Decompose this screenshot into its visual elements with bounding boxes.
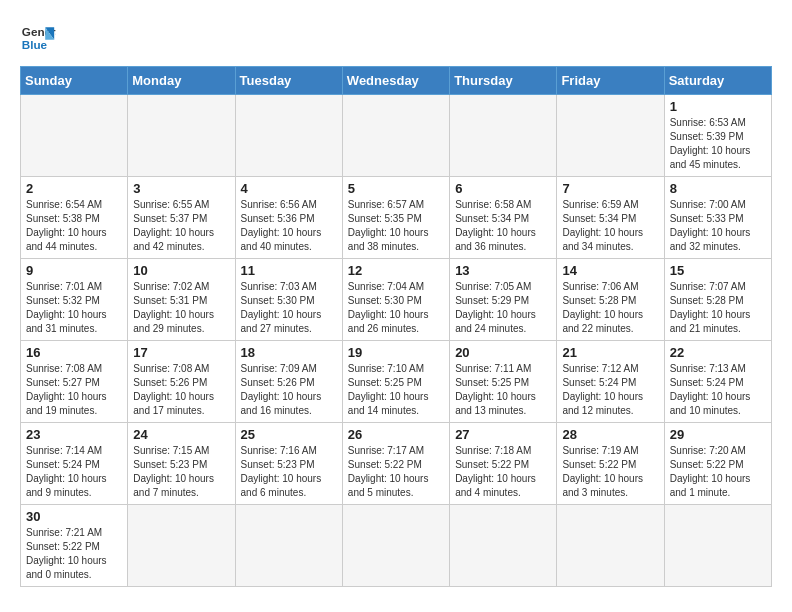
day-number: 6 <box>455 181 551 196</box>
day-number: 9 <box>26 263 122 278</box>
logo: General Blue <box>20 20 56 56</box>
calendar-week-row: 9Sunrise: 7:01 AMSunset: 5:32 PMDaylight… <box>21 259 772 341</box>
calendar-day-cell <box>342 505 449 587</box>
calendar-day-cell: 12Sunrise: 7:04 AMSunset: 5:30 PMDayligh… <box>342 259 449 341</box>
day-number: 2 <box>26 181 122 196</box>
day-number: 23 <box>26 427 122 442</box>
svg-text:Blue: Blue <box>22 38 48 51</box>
day-number: 14 <box>562 263 658 278</box>
day-number: 21 <box>562 345 658 360</box>
day-number: 4 <box>241 181 337 196</box>
calendar: SundayMondayTuesdayWednesdayThursdayFrid… <box>20 66 772 587</box>
calendar-day-cell: 24Sunrise: 7:15 AMSunset: 5:23 PMDayligh… <box>128 423 235 505</box>
day-number: 5 <box>348 181 444 196</box>
calendar-day-cell: 27Sunrise: 7:18 AMSunset: 5:22 PMDayligh… <box>450 423 557 505</box>
day-number: 15 <box>670 263 766 278</box>
day-info: Sunrise: 7:09 AMSunset: 5:26 PMDaylight:… <box>241 362 337 418</box>
day-info: Sunrise: 6:55 AMSunset: 5:37 PMDaylight:… <box>133 198 229 254</box>
calendar-day-cell: 8Sunrise: 7:00 AMSunset: 5:33 PMDaylight… <box>664 177 771 259</box>
day-info: Sunrise: 7:06 AMSunset: 5:28 PMDaylight:… <box>562 280 658 336</box>
calendar-week-row: 1Sunrise: 6:53 AMSunset: 5:39 PMDaylight… <box>21 95 772 177</box>
day-info: Sunrise: 6:58 AMSunset: 5:34 PMDaylight:… <box>455 198 551 254</box>
day-number: 16 <box>26 345 122 360</box>
day-number: 13 <box>455 263 551 278</box>
day-number: 30 <box>26 509 122 524</box>
calendar-day-cell: 19Sunrise: 7:10 AMSunset: 5:25 PMDayligh… <box>342 341 449 423</box>
logo-icon: General Blue <box>20 20 56 56</box>
weekday-header: Monday <box>128 67 235 95</box>
day-info: Sunrise: 7:18 AMSunset: 5:22 PMDaylight:… <box>455 444 551 500</box>
calendar-day-cell <box>664 505 771 587</box>
calendar-day-cell <box>450 505 557 587</box>
calendar-day-cell: 1Sunrise: 6:53 AMSunset: 5:39 PMDaylight… <box>664 95 771 177</box>
calendar-week-row: 23Sunrise: 7:14 AMSunset: 5:24 PMDayligh… <box>21 423 772 505</box>
day-number: 24 <box>133 427 229 442</box>
calendar-week-row: 2Sunrise: 6:54 AMSunset: 5:38 PMDaylight… <box>21 177 772 259</box>
day-info: Sunrise: 7:14 AMSunset: 5:24 PMDaylight:… <box>26 444 122 500</box>
day-info: Sunrise: 7:16 AMSunset: 5:23 PMDaylight:… <box>241 444 337 500</box>
day-number: 18 <box>241 345 337 360</box>
day-info: Sunrise: 6:56 AMSunset: 5:36 PMDaylight:… <box>241 198 337 254</box>
calendar-day-cell: 11Sunrise: 7:03 AMSunset: 5:30 PMDayligh… <box>235 259 342 341</box>
calendar-day-cell: 16Sunrise: 7:08 AMSunset: 5:27 PMDayligh… <box>21 341 128 423</box>
calendar-day-cell <box>235 505 342 587</box>
day-info: Sunrise: 7:11 AMSunset: 5:25 PMDaylight:… <box>455 362 551 418</box>
calendar-day-cell: 17Sunrise: 7:08 AMSunset: 5:26 PMDayligh… <box>128 341 235 423</box>
day-number: 17 <box>133 345 229 360</box>
day-info: Sunrise: 6:59 AMSunset: 5:34 PMDaylight:… <box>562 198 658 254</box>
calendar-day-cell <box>450 95 557 177</box>
day-number: 11 <box>241 263 337 278</box>
day-info: Sunrise: 7:05 AMSunset: 5:29 PMDaylight:… <box>455 280 551 336</box>
day-info: Sunrise: 6:53 AMSunset: 5:39 PMDaylight:… <box>670 116 766 172</box>
day-number: 12 <box>348 263 444 278</box>
day-number: 19 <box>348 345 444 360</box>
day-info: Sunrise: 6:54 AMSunset: 5:38 PMDaylight:… <box>26 198 122 254</box>
header: General Blue <box>20 20 772 56</box>
calendar-day-cell: 18Sunrise: 7:09 AMSunset: 5:26 PMDayligh… <box>235 341 342 423</box>
day-info: Sunrise: 7:15 AMSunset: 5:23 PMDaylight:… <box>133 444 229 500</box>
weekday-header: Sunday <box>21 67 128 95</box>
day-number: 1 <box>670 99 766 114</box>
calendar-day-cell: 5Sunrise: 6:57 AMSunset: 5:35 PMDaylight… <box>342 177 449 259</box>
day-number: 22 <box>670 345 766 360</box>
calendar-day-cell: 15Sunrise: 7:07 AMSunset: 5:28 PMDayligh… <box>664 259 771 341</box>
day-number: 29 <box>670 427 766 442</box>
day-info: Sunrise: 7:17 AMSunset: 5:22 PMDaylight:… <box>348 444 444 500</box>
day-info: Sunrise: 7:01 AMSunset: 5:32 PMDaylight:… <box>26 280 122 336</box>
calendar-day-cell: 23Sunrise: 7:14 AMSunset: 5:24 PMDayligh… <box>21 423 128 505</box>
day-number: 27 <box>455 427 551 442</box>
calendar-day-cell <box>128 95 235 177</box>
weekday-header: Tuesday <box>235 67 342 95</box>
calendar-day-cell: 3Sunrise: 6:55 AMSunset: 5:37 PMDaylight… <box>128 177 235 259</box>
calendar-day-cell: 10Sunrise: 7:02 AMSunset: 5:31 PMDayligh… <box>128 259 235 341</box>
day-number: 7 <box>562 181 658 196</box>
calendar-day-cell: 14Sunrise: 7:06 AMSunset: 5:28 PMDayligh… <box>557 259 664 341</box>
day-number: 25 <box>241 427 337 442</box>
calendar-day-cell <box>235 95 342 177</box>
calendar-day-cell: 26Sunrise: 7:17 AMSunset: 5:22 PMDayligh… <box>342 423 449 505</box>
calendar-day-cell <box>21 95 128 177</box>
calendar-day-cell: 2Sunrise: 6:54 AMSunset: 5:38 PMDaylight… <box>21 177 128 259</box>
calendar-day-cell: 9Sunrise: 7:01 AMSunset: 5:32 PMDaylight… <box>21 259 128 341</box>
calendar-day-cell: 6Sunrise: 6:58 AMSunset: 5:34 PMDaylight… <box>450 177 557 259</box>
day-info: Sunrise: 7:07 AMSunset: 5:28 PMDaylight:… <box>670 280 766 336</box>
weekday-header: Thursday <box>450 67 557 95</box>
calendar-week-row: 30Sunrise: 7:21 AMSunset: 5:22 PMDayligh… <box>21 505 772 587</box>
day-info: Sunrise: 7:21 AMSunset: 5:22 PMDaylight:… <box>26 526 122 582</box>
calendar-day-cell <box>128 505 235 587</box>
day-info: Sunrise: 6:57 AMSunset: 5:35 PMDaylight:… <box>348 198 444 254</box>
weekday-header: Wednesday <box>342 67 449 95</box>
calendar-day-cell: 20Sunrise: 7:11 AMSunset: 5:25 PMDayligh… <box>450 341 557 423</box>
calendar-day-cell <box>557 95 664 177</box>
calendar-day-cell: 29Sunrise: 7:20 AMSunset: 5:22 PMDayligh… <box>664 423 771 505</box>
day-number: 20 <box>455 345 551 360</box>
weekday-header-row: SundayMondayTuesdayWednesdayThursdayFrid… <box>21 67 772 95</box>
day-number: 28 <box>562 427 658 442</box>
day-info: Sunrise: 7:02 AMSunset: 5:31 PMDaylight:… <box>133 280 229 336</box>
calendar-day-cell <box>557 505 664 587</box>
day-info: Sunrise: 7:08 AMSunset: 5:26 PMDaylight:… <box>133 362 229 418</box>
day-info: Sunrise: 7:03 AMSunset: 5:30 PMDaylight:… <box>241 280 337 336</box>
day-info: Sunrise: 7:20 AMSunset: 5:22 PMDaylight:… <box>670 444 766 500</box>
calendar-week-row: 16Sunrise: 7:08 AMSunset: 5:27 PMDayligh… <box>21 341 772 423</box>
calendar-day-cell: 25Sunrise: 7:16 AMSunset: 5:23 PMDayligh… <box>235 423 342 505</box>
